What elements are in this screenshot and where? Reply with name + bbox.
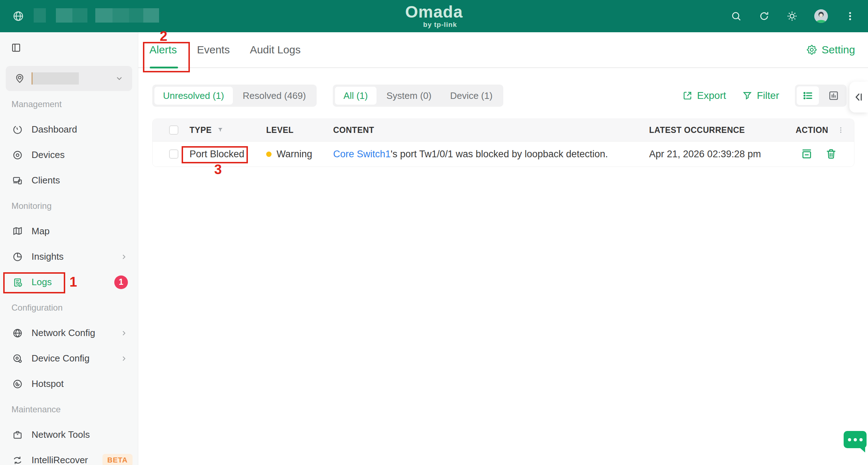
sidebar-item-label: Network Tools [32, 429, 90, 440]
location-pin-icon [14, 73, 25, 84]
sidebar-item-label: Clients [32, 175, 60, 186]
alert-level-cell: Warning [266, 149, 333, 160]
chip-unresolved[interactable]: Unresolved (1) [154, 87, 233, 105]
chevron-right-icon [120, 253, 128, 261]
chevron-right-icon [120, 329, 128, 337]
archive-alert-icon[interactable] [801, 148, 813, 160]
sidebar-item-label: Insights [32, 251, 64, 262]
redacted-site-name [32, 72, 79, 85]
chip-resolved-label: Resolved (469) [243, 90, 306, 101]
brand-logo: Omada by tp-link [405, 4, 463, 29]
alerts-table: TYPE LEVEL CONTENT LATEST OCCURRENCE ACT… [152, 119, 854, 167]
column-header-content: CONTENT [333, 125, 374, 135]
log-tabs: Alerts Events Audit Logs Setting [138, 32, 868, 68]
sidebar-item-label: Network Config [32, 327, 95, 339]
refresh-icon[interactable] [758, 10, 770, 22]
sidebar-item-label: Devices [32, 149, 64, 160]
search-icon[interactable] [730, 10, 742, 22]
sidebar-item-logs[interactable]: Logs 1 [0, 269, 138, 295]
site-selector[interactable] [6, 66, 132, 91]
dashboard-icon [12, 124, 23, 135]
chip-device-label: Device (1) [450, 90, 492, 101]
column-header-latest-occurrence: LATEST OCCURRENCE [649, 125, 745, 135]
logs-icon [12, 277, 23, 288]
filter-label: Filter [757, 90, 779, 101]
brand-subtitle: by tp-link [417, 21, 463, 29]
list-view-button[interactable] [797, 86, 819, 105]
layout-panel-icon [11, 42, 21, 53]
chevron-down-icon [115, 74, 124, 83]
sidebar-item-device-config[interactable]: Device Config [0, 346, 138, 371]
sidebar-item-label: Hotspot [32, 378, 64, 389]
sidebar-item-intellirecover[interactable]: IntelliRecover BETA [0, 447, 138, 465]
chip-all-label: All (1) [344, 90, 368, 101]
clients-icon [12, 175, 23, 186]
chip-all[interactable]: All (1) [335, 87, 377, 105]
sidebar-item-devices[interactable]: Devices [0, 142, 138, 168]
sidebar-item-network-tools[interactable]: Network Tools [0, 422, 138, 447]
sidebar-item-label: Device Config [32, 353, 90, 364]
delete-alert-trash-icon[interactable] [825, 148, 837, 160]
sidebar-item-label: Logs [32, 277, 52, 288]
chip-resolved[interactable]: Resolved (469) [234, 87, 315, 105]
redacted-site-name-header [34, 8, 159, 24]
chat-bubble-dot [848, 438, 851, 441]
more-options-kebab-icon[interactable] [844, 10, 856, 22]
chat-bubble-dot [854, 438, 857, 441]
alert-content-cell: Core Switch1's port Tw1/0/1 was blocked … [333, 149, 649, 160]
alert-level: Warning [277, 149, 312, 160]
chip-unresolved-label: Unresolved (1) [163, 90, 224, 101]
table-header-row: TYPE LEVEL CONTENT LATEST OCCURRENCE ACT… [153, 119, 854, 142]
tab-events[interactable]: Events [197, 32, 230, 67]
intellirecover-sync-icon [12, 455, 23, 465]
main-content: Alerts Events Audit Logs Setting Unresol… [138, 32, 868, 465]
chip-device[interactable]: Device (1) [441, 87, 501, 105]
sidebar-item-hotspot[interactable]: Hotspot [0, 371, 138, 397]
section-label-configuration: Configuration [0, 303, 63, 313]
chat-support-button[interactable] [844, 431, 867, 448]
sidebar-item-map[interactable]: Map [0, 219, 138, 244]
column-header-level: LEVEL [266, 125, 294, 135]
map-icon [12, 226, 23, 237]
sidebar: Management Dashboard Devices [0, 32, 138, 465]
setting-label: Setting [822, 44, 855, 56]
theme-brightness-icon[interactable] [786, 10, 798, 22]
warning-level-dot [266, 152, 272, 157]
tab-alerts[interactable]: Alerts [149, 32, 177, 67]
status-filter-group: Unresolved (1) Resolved (469) [152, 85, 317, 107]
column-header-type: TYPE [190, 125, 212, 135]
row-checkbox[interactable] [169, 149, 178, 159]
collapse-left-icon [853, 91, 865, 103]
chart-view-button[interactable] [823, 86, 845, 105]
chip-system[interactable]: System (0) [378, 87, 440, 105]
filter-bar: Unresolved (1) Resolved (469) All (1) Sy… [152, 85, 854, 107]
sidebar-item-dashboard[interactable]: Dashboard [0, 117, 138, 142]
alert-latest-occurrence-cell: Apr 21, 2026 02:39:28 pm [649, 149, 796, 160]
device-link[interactable]: Core Switch1 [333, 149, 391, 159]
setting-button[interactable]: Setting [806, 44, 855, 56]
sidebar-item-insights[interactable]: Insights [0, 244, 138, 269]
column-header-action: ACTION [796, 125, 828, 135]
tab-audit-logs[interactable]: Audit Logs [250, 32, 301, 67]
right-drawer-toggle[interactable] [849, 82, 868, 112]
export-label: Export [697, 90, 726, 101]
filter-button[interactable]: Filter [742, 90, 779, 101]
sidebar-item-label: Dashboard [32, 124, 77, 135]
type-filter-funnel-icon[interactable] [217, 126, 224, 134]
section-label-monitoring: Monitoring [0, 201, 52, 211]
sidebar-item-network-config[interactable]: Network Config [0, 320, 138, 346]
column-settings-kebab-icon[interactable] [837, 126, 845, 134]
global-view-icon[interactable] [12, 10, 24, 22]
sidebar-item-label: IntelliRecover [32, 455, 88, 465]
scope-filter-group: All (1) System (0) Device (1) [333, 85, 503, 107]
network-tools-icon [12, 430, 23, 440]
select-all-checkbox[interactable] [169, 125, 178, 135]
export-button[interactable]: Export [682, 90, 726, 101]
tab-alerts-label: Alerts [149, 44, 177, 56]
user-avatar[interactable] [814, 9, 828, 23]
section-label-maintenance: Maintenance [0, 404, 61, 414]
omada-controller-app: Omada by tp-link [0, 0, 868, 465]
sidebar-collapse-button[interactable] [11, 42, 21, 53]
sidebar-item-clients[interactable]: Clients [0, 168, 138, 193]
logs-unread-badge: 1 [114, 275, 128, 289]
